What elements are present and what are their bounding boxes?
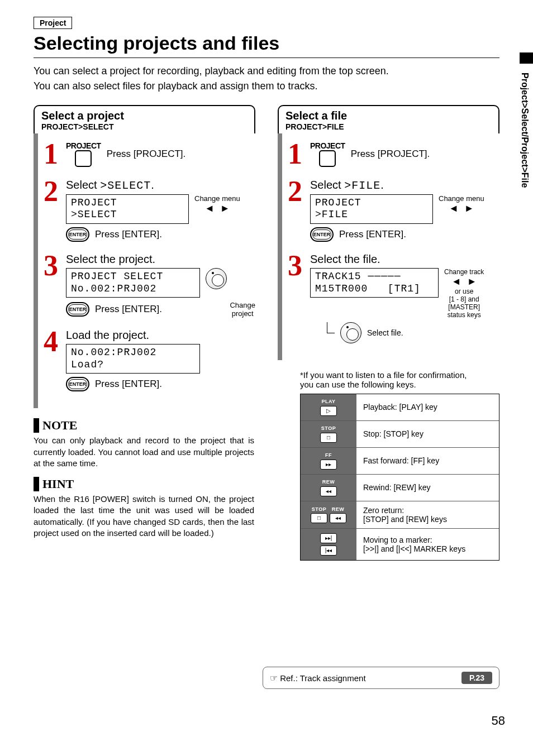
page-number: 58: [492, 714, 505, 728]
arrow-left-icon: [204, 203, 215, 214]
project-button-icon: [75, 150, 92, 167]
key-description: Fast forward: [FF] key: [356, 448, 499, 474]
key-label: REW: [322, 479, 335, 485]
key-description: Rewind: [REW] key: [356, 475, 499, 501]
key-description: Zero return:[STOP] and [REW] keys: [356, 501, 499, 528]
lcd-display: PROJECT >SELECT: [66, 194, 189, 224]
lcd-display: TRACK15 ───── M15TR000 [TR1]: [310, 268, 439, 298]
left-step-3: 3 Select the project. PROJECT SELECT No.…: [41, 253, 255, 318]
lcd-line: Load?: [71, 359, 195, 371]
key-button-cell: STOP□: [301, 421, 356, 447]
key-row: REW◂◂Rewind: [REW] key: [301, 474, 499, 501]
step-title-post: .: [151, 179, 154, 191]
change-menu-label: Change menu: [194, 194, 240, 203]
key-button-cell: REW◂◂: [301, 475, 356, 501]
step-number: 2: [41, 179, 60, 205]
or-use-l3: [MASTER]: [444, 303, 484, 311]
or-use-l1: or use: [444, 288, 484, 295]
lcd-display: No.002:PRJ002 Load?: [66, 344, 200, 374]
project-button-icon: [319, 150, 336, 167]
or-use-l2: [1 - 8] and: [444, 295, 484, 303]
confirm-note-l1: *If you want to listen to a file for con…: [300, 370, 499, 380]
panel-breadcrumb: PROJECT>SELECT: [41, 122, 248, 131]
key-button-icon: |◂◂: [320, 546, 337, 556]
footer-ref-text: Ref.: Track assignment: [280, 673, 365, 683]
note-callout: NOTE: [34, 418, 255, 433]
lcd-line: >FILE: [315, 209, 428, 221]
intro-line-2: You can also select files for playback a…: [34, 79, 499, 94]
lcd-line: No.002:PRJ002: [71, 283, 195, 295]
enter-button-icon: ENTER: [66, 227, 89, 242]
dial-icon: [340, 322, 361, 343]
lcd-line: No.002:PRJ002: [71, 347, 195, 359]
panel-header-file: Select a file PROJECT>FILE: [278, 105, 499, 133]
key-label: STOP: [312, 506, 326, 512]
panel-header-project: Select a project PROJECT>SELECT: [34, 105, 255, 133]
arrow-right-icon: [467, 276, 477, 288]
left-step-4: 4 Load the project. No.002:PRJ002 Load? …: [41, 329, 255, 391]
enter-button-icon: ENTER: [66, 377, 89, 391]
key-button-cell: ▸▸||◂◂: [301, 529, 356, 560]
step-title: Select the project.: [66, 253, 255, 266]
key-row: STOP□Stop: [STOP] key: [301, 420, 499, 447]
key-button-cell: FF▸▸: [301, 448, 356, 474]
intro-line-1: You can select a project for recording, …: [34, 64, 499, 79]
step-number: 2: [285, 179, 304, 205]
key-label: FF: [325, 452, 332, 458]
key-row: FF▸▸Fast forward: [FF] key: [301, 447, 499, 474]
change-project-l1: Change: [230, 301, 255, 309]
left-step-1: 1 PROJECT Press [PROJECT].: [41, 141, 255, 168]
or-use-l4: status keys: [444, 311, 484, 319]
key-label: REW: [332, 506, 345, 512]
press-enter-text: Press [ENTER].: [339, 229, 406, 240]
step-title-mono: >SELECT: [100, 179, 151, 192]
step-title-post: .: [380, 179, 384, 191]
lcd-line: PROJECT SELECT: [71, 271, 195, 283]
key-row: STOP□REW◂◂Zero return:[STOP] and [REW] k…: [301, 501, 499, 528]
right-step-1: 1 PROJECT Press [PROJECT].: [285, 141, 499, 168]
lcd-line: TRACK15: [315, 271, 361, 282]
key-description: Playback: [PLAY] key: [356, 394, 499, 420]
panel-breadcrumb: PROJECT>FILE: [285, 122, 492, 131]
press-enter-text: Press [ENTER].: [95, 379, 162, 390]
press-enter-text: Press [ENTER].: [95, 304, 162, 315]
button-label: PROJECT: [310, 141, 345, 150]
key-button-icon: □: [320, 433, 337, 443]
hint-body: When the R16 [POWER] switch is turned ON…: [34, 494, 254, 539]
lcd-line: M15TR000: [315, 283, 368, 294]
arrow-left-icon: [451, 276, 461, 288]
lcd-display: PROJECT SELECT No.002:PRJ002: [66, 268, 200, 298]
side-tab: Project>Select/Project>File: [516, 67, 533, 299]
button-label: PROJECT: [66, 141, 101, 150]
left-step-2: 2 Select >SELECT. PROJECT >SELECT Change…: [41, 179, 255, 242]
step-number: 1: [285, 141, 304, 168]
key-row: PLAY▷Playback: [PLAY] key: [301, 394, 499, 420]
note-title: NOTE: [42, 418, 255, 433]
dial-icon: [206, 268, 227, 289]
press-enter-text: Press [ENTER].: [95, 229, 162, 240]
panel-title: Select a project: [41, 109, 248, 122]
select-file-text: Select file.: [367, 328, 403, 337]
change-track-label: Change track: [444, 268, 484, 276]
key-button-icon: ▸▸: [320, 460, 337, 470]
step-number: 3: [285, 253, 304, 279]
footer-reference: ☞ Ref.: Track assignment P.23: [263, 667, 499, 689]
key-button-cell: PLAY▷: [301, 394, 356, 420]
arrow-left-icon: [449, 203, 459, 214]
key-label: PLAY: [321, 399, 335, 404]
panel-title: Select a file: [285, 109, 492, 122]
hand-pointer-icon: ☞: [270, 673, 278, 683]
key-description: Moving to a marker:[>>|] and [|<<] MARKE…: [356, 529, 499, 560]
key-label: STOP: [321, 425, 336, 431]
step-title-pre: Select: [310, 179, 344, 191]
right-step-3: 3 Select the file. TRACK15 ───── M15TR00…: [285, 253, 499, 343]
step-text: Press [PROJECT].: [107, 149, 186, 160]
right-step-2: 2 Select >FILE. PROJECT >FILE Change men…: [285, 179, 499, 242]
enter-button-icon: ENTER: [310, 227, 334, 242]
step-title: Select the file.: [310, 253, 499, 266]
step-number: 3: [41, 253, 60, 279]
lcd-line: >SELECT: [71, 209, 184, 221]
lcd-display: PROJECT >FILE: [310, 194, 433, 224]
note-body: You can only playback and record to the …: [34, 435, 254, 469]
lcd-line: PROJECT: [315, 197, 428, 209]
